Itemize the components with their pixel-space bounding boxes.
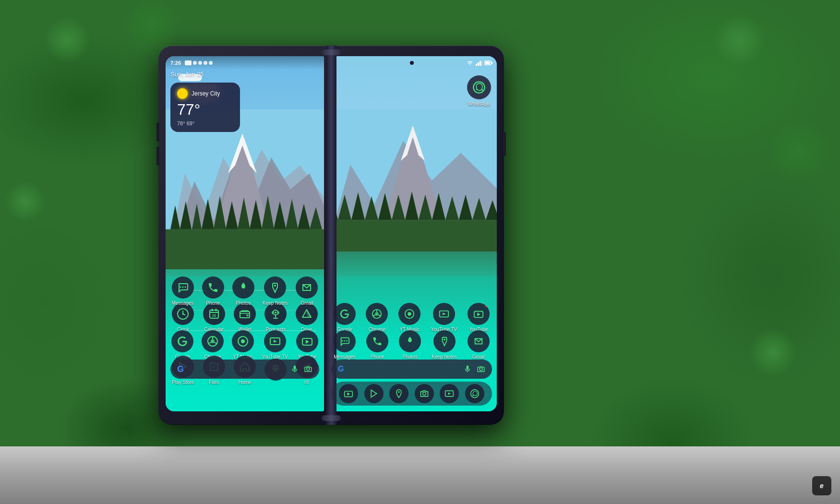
camera-search-icon[interactable] [304,365,312,373]
app-label-files: Files [209,380,219,385]
app-icon-messages-right[interactable]: Messages [334,330,356,360]
app-label-keep-right: Keep Notes [432,354,456,360]
app-label-photos-right: Photos [403,354,418,360]
app-icon-google[interactable]: Google [171,330,193,360]
app-icon-drive[interactable]: Drive [296,303,318,332]
left-screen: 7:26 Sun, Jun 25 [166,56,324,411]
dock-camera[interactable] [415,384,434,403]
keep-icon-right [439,336,450,347]
podcasts-icon [269,308,282,320]
svg-rect-84 [491,62,492,64]
wallet-icon [239,308,251,320]
dock-youtube[interactable] [339,384,358,403]
svg-marker-98 [477,312,480,316]
app-row-1: Clock 25 Calend [166,303,324,332]
photos-icon-right [405,336,415,347]
app-icon-photos[interactable]: Photos [232,276,254,306]
app-icon-youtube[interactable]: YouTube [296,330,318,360]
search-bar-right[interactable]: G [331,360,492,379]
app-icon-podcasts[interactable]: Podcasts [264,303,287,332]
svg-rect-79 [476,64,477,66]
yt-music-icon [237,336,249,347]
volume-up-button[interactable] [156,122,159,142]
app-icon-google-right[interactable]: Google [334,303,356,332]
mic-icon[interactable] [290,365,299,373]
app-icon-youtube-right[interactable]: YouTube [468,303,490,332]
youtube-tv-icon-right [439,309,449,319]
volume-down-button[interactable] [156,146,159,166]
messages-icon-right [339,336,350,347]
dock-youtube2[interactable] [440,384,459,403]
app-label-gmail-right: Gmail [472,354,485,360]
phone-icon-right [372,336,383,347]
app-icon-calendar[interactable]: 25 Calendar [203,303,225,332]
svg-line-43 [208,342,211,344]
app-icon-yt-music-right[interactable]: YT Music [398,303,420,332]
svg-rect-5 [166,229,324,269]
scene: 7:26 Sun, Jun 25 [0,0,840,504]
app-label-messages-right: Messages [334,354,356,360]
app-label-whatsapp: WhatsApp [468,101,490,107]
app-icon-messages[interactable]: Messages [172,276,194,306]
dock-play[interactable] [364,384,384,403]
svg-point-60 [307,368,310,371]
app-icon-keep-right[interactable]: Keep Notes [432,330,456,360]
chrome-icon [207,336,218,347]
engadget-watermark: e [812,476,831,495]
dock-whatsapp[interactable] [465,384,484,403]
mic-icon-right[interactable] [463,365,472,373]
status-bar-left: 7:26 [166,56,324,70]
app-label-phone: Phone [206,300,220,306]
svg-point-40 [211,339,215,343]
dock-maps-icon [394,389,404,398]
notification-icons [185,60,213,65]
app-icon-wallet[interactable]: Wallet [234,303,256,332]
svg-line-90 [379,315,381,316]
app-label-home: Home [239,380,252,385]
mountains-svg [166,109,324,269]
app-icon-gmail[interactable]: Gmail [296,276,318,306]
svg-marker-111 [448,393,451,395]
app-icon-yt-music[interactable]: YT Music [232,330,254,360]
weather-widget[interactable]: Jersey City 77° 78° 69° [170,83,240,132]
chrome-icon-right [372,309,382,319]
phone-icon [207,282,219,293]
search-bar-left[interactable]: G [170,360,319,379]
shelf-surface [0,446,840,504]
app-icon-chrome-right[interactable]: Chrome [366,303,388,332]
svg-rect-81 [480,61,481,66]
whatsapp-icon [472,81,486,94]
date-display: Sun, Jun 25 [170,71,204,78]
dock-play-icon [369,389,379,398]
app-icon-gmail-right[interactable]: Gmail [468,330,490,360]
dock-maps[interactable] [389,384,408,403]
notif-dot-4 [209,61,213,65]
svg-marker-96 [443,312,445,315]
app-row-3: Messages Phone [166,276,324,306]
power-button[interactable] [503,132,506,156]
dock-youtube-icon [344,389,353,398]
camera-icon-right[interactable] [477,365,485,373]
svg-point-104 [480,368,482,371]
app-icon-youtube-tv-right[interactable]: YouTube TV [431,303,457,332]
status-bar-left-section: 7:26 [170,60,213,66]
app-label-messages: Messages [172,300,194,306]
app-icon-phone-right[interactable]: Phone [366,330,388,360]
status-time: 7:26 [170,60,181,66]
svg-marker-50 [306,340,309,344]
search-action-icons [290,365,312,373]
app-icon-keep[interactable]: Keep Notes [263,276,288,306]
engadget-logo-text: e [820,482,824,490]
app-icon-chrome[interactable]: Chrome [202,330,224,360]
svg-line-42 [215,342,217,344]
google-g-right: G [338,365,344,373]
app-icon-youtube-tv[interactable]: YouTube TV [262,330,288,360]
svg-point-88 [375,312,379,315]
whatsapp-app-icon[interactable]: WhatsApp [467,75,491,107]
app-icon-phone[interactable]: Phone [202,276,224,306]
app-icon-photos-right[interactable]: Photos [399,330,421,360]
svg-rect-85 [485,62,490,64]
app-icon-clock[interactable]: Clock [172,303,194,332]
app-label-keep: Keep Notes [263,300,288,306]
mountains-right-svg [326,109,497,252]
